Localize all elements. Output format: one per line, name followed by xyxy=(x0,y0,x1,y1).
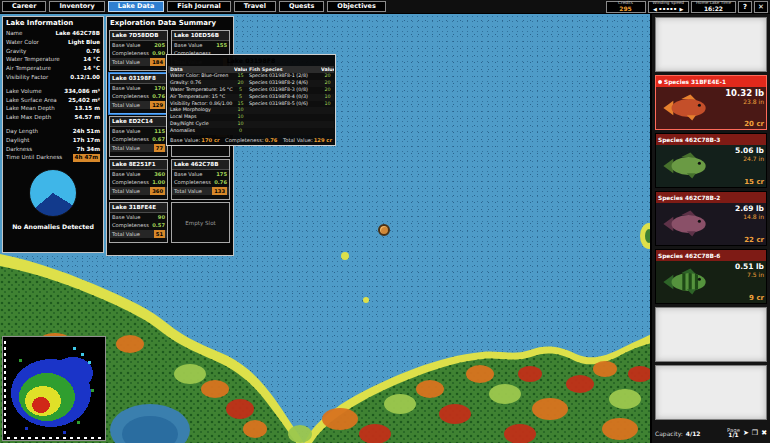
info-row: Lake Surface Area25,402 m² xyxy=(6,96,100,105)
tooltip-row: Water Color: Blue-Green15Species 03198F8… xyxy=(168,73,334,80)
tab-objectives[interactable]: Objectives xyxy=(327,1,386,12)
lake-detail-tooltip: Lake 03198F8 Data Value Fish Species Val… xyxy=(166,54,336,146)
lake-name-value: Lake 462C78B xyxy=(56,29,100,38)
tab-quests[interactable]: Quests xyxy=(279,1,324,12)
info-row: Water ColorLight Blue xyxy=(6,38,100,47)
home-lake-time-display: Home Lake Time 16:22 xyxy=(691,1,736,13)
time-until-darkness-row: Time Until Darkness 4h 47m xyxy=(6,153,100,162)
tab-fish-journal[interactable]: Fish Journal xyxy=(167,1,230,12)
fish-stats: 0.51 lb 7.5 in xyxy=(735,263,764,279)
info-row: Daylight17h 17m xyxy=(6,136,100,145)
info-row: Water Temperature14 °C xyxy=(6,55,100,64)
fish-name: Species 462C78B-2 xyxy=(658,195,720,201)
lake-name-label: Name xyxy=(6,29,23,38)
time-until-darkness-value: 4h 47m xyxy=(73,154,100,162)
top-menu-bar: Career Inventory Lake Data Fish Journal … xyxy=(0,0,770,14)
next-page-button[interactable]: ➤ xyxy=(743,430,749,437)
lake-name-row: Name Lake 462C78B xyxy=(6,29,100,38)
tab-inventory[interactable]: Inventory xyxy=(49,1,104,12)
exploration-card-selected[interactable]: Lake 03198F8 Base Value170 Completeness0… xyxy=(109,73,168,114)
fish-card-header: Species 31BFE4E-1 xyxy=(656,76,766,87)
fish-card[interactable]: Species 462C78B-3 5.06 lb 24.7 in 15 cr xyxy=(655,133,767,188)
capacity-value: 4/12 xyxy=(686,430,701,437)
home-lake-time-value: 16:22 xyxy=(704,6,723,12)
exploration-column-1: Lake 7D58DDB Base Value205 Completeness0… xyxy=(109,30,168,243)
discard-button[interactable]: ✖ xyxy=(761,430,767,437)
info-row: Lake Mean Depth13.15 m xyxy=(6,104,100,113)
inventory-empty-slot xyxy=(655,365,767,420)
info-row: Darkness7h 34m xyxy=(6,145,100,154)
fish-card[interactable]: Species 462C78B-2 2.69 lb 14.8 in 22 cr xyxy=(655,191,767,246)
depth-minimap xyxy=(2,336,106,441)
fish-card[interactable]: Species 462C78B-6 0.51 lb xyxy=(655,249,767,304)
fish-card-header: Species 462C78B-6 xyxy=(656,250,766,261)
game-screen: Career Inventory Lake Data Fish Journal … xyxy=(0,0,770,443)
tooltip-row: Water Temperature: 16 °C5Species 03198F8… xyxy=(168,87,334,94)
inventory-empty-slot xyxy=(655,307,767,362)
credits-value: 295 xyxy=(619,6,632,12)
fish-stats: 5.06 lb 24.7 in xyxy=(735,147,764,163)
time-until-darkness-label: Time Until Darkness xyxy=(6,153,62,162)
fish-value: 22 cr xyxy=(744,236,764,244)
help-button[interactable]: ? xyxy=(738,1,752,13)
tooltip-title: Lake 03198F8 xyxy=(168,56,334,66)
tooltip-row: Air Temperature: 15 °C5Species 03198F8-4… xyxy=(168,94,334,101)
credits-display: Credits 295 xyxy=(606,1,646,13)
tab-career[interactable]: Career xyxy=(2,1,46,12)
fish-card-selected[interactable]: Species 31BFE4E-1 10.32 lb 23.8 in 20 cr xyxy=(655,75,767,130)
winding-speed-control: Winding Speed ◀ ▪▪▪▪▪ ▶ xyxy=(648,1,689,13)
fish-card-header: Species 462C78B-2 xyxy=(656,192,766,203)
exploration-card[interactable]: Lake 31BFE4E Base Value90 Completeness0.… xyxy=(109,202,168,243)
tooltip-row: Day/Night Cycle10 xyxy=(168,121,334,128)
grid-view-button[interactable]: ❒ xyxy=(752,430,758,437)
new-catch-icon xyxy=(658,80,662,84)
tooltip-footer: Base Value:170 cr Completeness:0.76 Tota… xyxy=(168,135,334,144)
fish-stats: 10.32 lb 23.8 in xyxy=(725,89,764,106)
inventory-footer: Capacity: 4/12 Page 1/1 ➤ ❒ ✖ xyxy=(655,427,767,440)
info-row: Gravity0.76 xyxy=(6,47,100,56)
fish-image xyxy=(657,148,713,184)
inventory-empty-slot xyxy=(655,17,767,72)
tab-lake-data[interactable]: Lake Data xyxy=(108,1,165,12)
fish-value: 15 cr xyxy=(744,178,764,186)
anomalies-status: No Anomalies Detected xyxy=(6,223,100,230)
fish-inventory-panel: Species 31BFE4E-1 10.32 lb 23.8 in 20 cr xyxy=(650,14,770,443)
winding-speed-decrease-icon[interactable]: ◀ xyxy=(653,7,657,12)
winding-speed-increase-icon[interactable]: ▶ xyxy=(680,7,684,12)
tooltip-row: Local Maps10 xyxy=(168,114,334,121)
fish-image xyxy=(657,206,713,242)
fish-length: 7.5 in xyxy=(735,272,764,279)
winding-speed-label: Winding Speed xyxy=(653,1,684,5)
info-row: Day Length24h 51m xyxy=(6,127,100,136)
tooltip-row: Anomalies0 xyxy=(168,128,334,135)
fish-name: Species 462C78B-6 xyxy=(658,253,720,259)
fish-card-header: Species 462C78B-3 xyxy=(656,134,766,145)
fish-image xyxy=(657,90,713,126)
tooltip-header-row: Data Value Fish Species Value xyxy=(168,66,334,73)
tooltip-row: Gravity: 0.7620Species 03198F8-2 (4/6)20 xyxy=(168,80,334,87)
fish-length: 23.8 in xyxy=(725,99,764,106)
lake-information-title: Lake Information xyxy=(3,17,103,29)
capacity-label: Capacity: xyxy=(655,430,683,437)
info-row: Air Temperature14 °C xyxy=(6,64,100,73)
exploration-card[interactable]: Lake ED2C14 Base Value115 Completeness0.… xyxy=(109,116,168,157)
exploration-empty-slot: Empty Slot xyxy=(171,202,230,243)
page-value: 1/1 xyxy=(727,433,740,439)
exploration-card[interactable]: Lake 462C78B Base Value175 Completeness0… xyxy=(171,159,230,200)
info-row: Visibility Factor0.12/1.00 xyxy=(6,73,100,82)
day-night-pie xyxy=(29,169,77,217)
fish-value: 9 cr xyxy=(749,294,764,302)
fish-value: 20 cr xyxy=(744,120,764,128)
fish-length: 14.8 in xyxy=(735,214,764,221)
fish-name: Species 462C78B-3 xyxy=(658,137,720,143)
exploration-summary-title: Exploration Data Summary xyxy=(107,17,233,29)
tab-travel[interactable]: Travel xyxy=(234,1,276,12)
fish-image xyxy=(657,264,713,300)
close-button[interactable]: ✕ xyxy=(754,1,768,13)
tooltip-row: Visibility Factor: 0.86/1.0015Species 03… xyxy=(168,101,334,108)
exploration-card[interactable]: Lake 7D58DDB Base Value205 Completeness0… xyxy=(109,30,168,71)
exploration-card[interactable]: Lake 8E251F1 Base Value360 Completeness1… xyxy=(109,159,168,200)
player-marker xyxy=(378,224,390,236)
fish-stats: 2.69 lb 14.8 in xyxy=(735,205,764,221)
lake-information-panel: Lake Information Name Lake 462C78B Water… xyxy=(2,16,104,253)
